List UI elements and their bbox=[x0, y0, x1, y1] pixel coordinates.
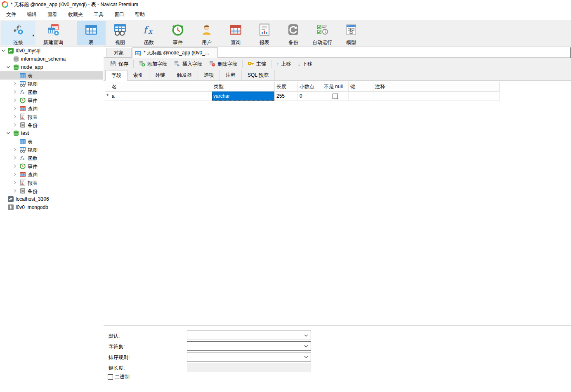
tree-item-localhost_3306[interactable]: localhost_3306 bbox=[0, 195, 103, 203]
report-icon bbox=[19, 113, 26, 120]
chevron-expanded-icon[interactable] bbox=[6, 131, 11, 136]
tree-item-视图[interactable]: 视图 bbox=[0, 80, 103, 88]
toolbar-button-automation[interactable]: 自动运行 bbox=[308, 21, 337, 45]
tree-item-查询[interactable]: 查询 bbox=[0, 104, 103, 113]
field-notnull-cell[interactable] bbox=[322, 92, 349, 101]
tree-item-label: 函数 bbox=[28, 155, 38, 162]
tree-item-报表[interactable]: 报表 bbox=[0, 113, 103, 121]
toolbar-button-user[interactable]: 用户 bbox=[192, 21, 221, 45]
menu-item-2[interactable]: 查看 bbox=[42, 9, 63, 20]
tree-item-事件[interactable]: 事件 bbox=[0, 96, 103, 104]
tree-item-表[interactable]: 表 bbox=[0, 137, 103, 146]
chevron-collapsed-icon[interactable] bbox=[12, 164, 17, 169]
grid-header-row: 名类型长度小数点不是 null键注释 bbox=[105, 82, 500, 92]
toolbar-button-function[interactable]: fx函数 bbox=[134, 21, 163, 45]
chevron-collapsed-icon[interactable] bbox=[12, 89, 17, 94]
tree-item-label: l0v0_mongodb bbox=[16, 204, 48, 210]
designer-toolbar-save-button[interactable]: 保存 bbox=[106, 59, 132, 70]
tab-table-designer[interactable]: * 无标题 @node_app (l0v0_... bbox=[132, 47, 218, 58]
tree-item-label: 表 bbox=[28, 73, 33, 80]
tree-item-函数[interactable]: fx函数 bbox=[0, 88, 103, 96]
tree-item-label: 视图 bbox=[28, 81, 38, 88]
default-select[interactable] bbox=[187, 331, 311, 340]
designer-tab-0[interactable]: 字段 bbox=[105, 70, 127, 81]
designer-tab-4[interactable]: 选项 bbox=[198, 70, 220, 80]
designer-toolbar-move-down-button[interactable]: ↓下移 bbox=[295, 59, 316, 69]
field-key-cell[interactable] bbox=[349, 92, 373, 101]
menu-item-4[interactable]: 工具 bbox=[88, 9, 109, 20]
toolbar-button-backup[interactable]: 备份 bbox=[279, 21, 308, 45]
designer-toolbar-primary-key-button[interactable]: 主键 bbox=[244, 59, 269, 70]
binary-checkbox[interactable] bbox=[108, 374, 113, 380]
tab-objects[interactable]: 对象 bbox=[106, 48, 132, 58]
tree-item-查询[interactable]: 查询 bbox=[0, 170, 103, 178]
grid-header-0: 名 bbox=[110, 82, 212, 92]
row-marker: * bbox=[105, 92, 110, 101]
designer-toolbar-move-up-button[interactable]: ↑上移 bbox=[273, 59, 295, 69]
tab-objects-label: 对象 bbox=[114, 49, 124, 56]
designer-toolbar-button-label: 删除字段 bbox=[217, 61, 237, 68]
menu-item-6[interactable]: 帮助 bbox=[130, 9, 150, 20]
tree-item-information_schema[interactable]: information_schema bbox=[0, 55, 103, 63]
field-length-cell[interactable]: 255 bbox=[275, 92, 298, 101]
table-designer-toolbar: 保存添加字段插入字段删除字段主键↑上移↓下移 bbox=[104, 58, 571, 70]
toolbar-button-table[interactable]: 表 bbox=[77, 21, 106, 45]
chevron-collapsed-icon[interactable] bbox=[12, 155, 17, 160]
menu-item-0[interactable]: 文件 bbox=[1, 9, 21, 20]
collation-select[interactable] bbox=[187, 352, 311, 361]
field-type-cell[interactable]: varchar bbox=[212, 92, 275, 101]
tree-item-label: test bbox=[21, 130, 29, 136]
designer-toolbar-add-field-button[interactable]: 添加字段 bbox=[135, 59, 170, 70]
chevron-collapsed-icon[interactable] bbox=[12, 98, 17, 103]
designer-toolbar-delete-field-button[interactable]: 删除字段 bbox=[205, 59, 241, 70]
chevron-collapsed-icon[interactable] bbox=[12, 188, 17, 193]
chevron-collapsed-icon[interactable] bbox=[12, 147, 17, 152]
tree-item-备份[interactable]: 备份 bbox=[0, 121, 103, 129]
chevron-collapsed-icon[interactable] bbox=[12, 81, 17, 86]
chevron-collapsed-icon[interactable] bbox=[12, 122, 17, 127]
field-comment-cell[interactable] bbox=[373, 92, 500, 101]
tree-item-视图[interactable]: 视图 bbox=[0, 146, 103, 154]
grid-header-5: 键 bbox=[349, 82, 373, 92]
designer-tab-1[interactable]: 索引 bbox=[127, 70, 149, 80]
designer-toolbar-button-label: 添加字段 bbox=[147, 61, 167, 68]
toolbar-button-view[interactable]: 视图 bbox=[106, 21, 134, 45]
tree-item-表[interactable]: 表 bbox=[0, 71, 103, 80]
tree-item-报表[interactable]: 报表 bbox=[0, 178, 103, 187]
tree-item-l0v0_mysql[interactable]: l0v0_mysql bbox=[0, 47, 103, 55]
tree-item-node_app[interactable]: node_app bbox=[0, 63, 103, 71]
tree-item-l0v0_mongodb[interactable]: l0v0_mongodb bbox=[0, 203, 103, 211]
chevron-expanded-icon[interactable] bbox=[6, 65, 11, 70]
chevron-collapsed-icon[interactable] bbox=[12, 114, 17, 119]
toolbar-button-new-query[interactable]: 新建查询 bbox=[36, 21, 70, 45]
tree-item-label: 事件 bbox=[28, 97, 38, 104]
chevron-collapsed-icon[interactable] bbox=[12, 106, 17, 111]
not-null-checkbox[interactable] bbox=[333, 94, 338, 99]
toolbar-button-event[interactable]: 事件 bbox=[163, 21, 192, 45]
toolbar-button-model[interactable]: 模型 bbox=[337, 21, 366, 45]
menu-item-1[interactable]: 编辑 bbox=[21, 9, 42, 20]
toolbar-button-report[interactable]: 报表 bbox=[250, 21, 279, 45]
designer-tab-2[interactable]: 外键 bbox=[149, 70, 171, 80]
toolbar-button-connection[interactable]: 连接▾ bbox=[1, 21, 35, 45]
designer-tab-3[interactable]: 触发器 bbox=[171, 70, 198, 80]
tree-item-函数[interactable]: fx函数 bbox=[0, 154, 103, 162]
menu-item-5[interactable]: 窗口 bbox=[109, 9, 130, 20]
tree-item-备份[interactable]: 备份 bbox=[0, 187, 103, 195]
tree-item-事件[interactable]: 事件 bbox=[0, 162, 103, 170]
connection-dropdown-arrow-icon[interactable]: ▾ bbox=[32, 33, 34, 38]
table-edit-icon bbox=[135, 50, 142, 56]
chevron-collapsed-icon[interactable] bbox=[12, 180, 17, 185]
field-decimals-cell[interactable]: 0 bbox=[298, 92, 322, 101]
designer-toolbar-insert-field-button[interactable]: 插入字段 bbox=[170, 59, 205, 70]
designer-tab-5[interactable]: 注释 bbox=[220, 70, 242, 80]
tree-item-test[interactable]: test bbox=[0, 129, 103, 137]
designer-tab-6[interactable]: SQL 预览 bbox=[242, 70, 275, 80]
toolbar-button-query[interactable]: 查询 bbox=[221, 21, 250, 45]
field-name-cell[interactable]: a bbox=[110, 92, 212, 101]
chevron-expanded-icon[interactable] bbox=[1, 48, 6, 53]
charset-select[interactable] bbox=[187, 341, 311, 351]
menu-item-3[interactable]: 收藏夹 bbox=[63, 9, 88, 20]
chevron-collapsed-icon[interactable] bbox=[12, 172, 17, 177]
menu-bar: 文件编辑查看收藏夹工具窗口帮助 bbox=[0, 9, 571, 20]
